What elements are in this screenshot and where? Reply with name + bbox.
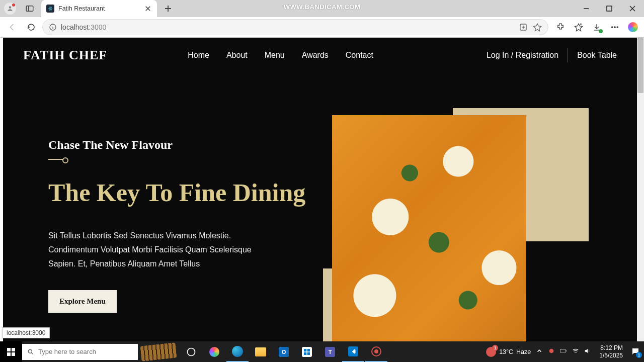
svg-rect-33 bbox=[12, 352, 15, 356]
tab-overview-icon[interactable] bbox=[25, 4, 34, 13]
login-register-link[interactable]: Log In / Registration bbox=[487, 51, 558, 60]
main-nav: Home About Menu Awards Contact bbox=[188, 51, 373, 60]
svg-point-34 bbox=[28, 349, 32, 353]
taskbar-search[interactable]: Type here to search bbox=[22, 344, 138, 360]
window-controls bbox=[575, 0, 644, 17]
edge-browser-icon[interactable] bbox=[226, 341, 249, 362]
extensions-icon[interactable] bbox=[553, 20, 568, 34]
explore-menu-button[interactable]: Explore Menu bbox=[48, 290, 117, 313]
svg-line-35 bbox=[32, 352, 33, 354]
vscode-icon[interactable] bbox=[342, 341, 364, 362]
weather-widget[interactable]: 13°C Haze bbox=[486, 347, 531, 357]
nav-home[interactable]: Home bbox=[188, 51, 209, 60]
svg-point-29 bbox=[617, 27, 618, 28]
nav-about[interactable]: About bbox=[226, 51, 248, 60]
teams-icon[interactable]: T bbox=[319, 341, 341, 362]
store-icon[interactable] bbox=[296, 341, 318, 362]
vertical-scrollbar[interactable] bbox=[637, 38, 644, 341]
scrollbar-thumb[interactable] bbox=[637, 38, 643, 93]
auth-area: Log In / Registration Book Table bbox=[487, 48, 617, 62]
tray-volume-icon[interactable] bbox=[584, 347, 591, 356]
file-explorer-icon[interactable] bbox=[250, 341, 272, 362]
tray-battery-icon[interactable] bbox=[560, 347, 567, 356]
hero-text: Chase The New Flavour The Key To Fine Di… bbox=[48, 113, 310, 341]
new-tab-button[interactable] bbox=[161, 2, 175, 16]
more-menu-icon[interactable] bbox=[608, 20, 622, 34]
favorites-icon[interactable] bbox=[572, 20, 586, 34]
downloads-icon[interactable] bbox=[590, 20, 604, 34]
svg-rect-43 bbox=[566, 350, 567, 351]
search-placeholder: Type here to search bbox=[38, 348, 96, 355]
hero-food-image bbox=[332, 115, 526, 341]
svg-rect-38 bbox=[307, 349, 310, 351]
book-table-link[interactable]: Book Table bbox=[577, 51, 617, 60]
outlook-icon[interactable]: O bbox=[273, 341, 295, 362]
task-view-icon[interactable] bbox=[180, 341, 202, 362]
svg-rect-1 bbox=[26, 6, 33, 12]
hero-body: Sit Tellus Lobortis Sed Senectus Vivamus… bbox=[48, 229, 280, 271]
svg-point-27 bbox=[612, 27, 613, 28]
svg-rect-39 bbox=[304, 352, 306, 354]
hero-section: Chase The New Flavour The Key To Fine Di… bbox=[3, 73, 637, 341]
svg-rect-40 bbox=[307, 352, 310, 354]
weather-icon bbox=[486, 347, 496, 357]
minimize-button[interactable] bbox=[575, 0, 598, 17]
start-button[interactable] bbox=[0, 341, 22, 362]
svg-marker-22 bbox=[575, 24, 583, 31]
system-tray: 13°C Haze 8:12 PM 1/5/2025 bbox=[486, 344, 644, 359]
svg-point-36 bbox=[188, 348, 195, 355]
nav-awards[interactable]: Awards bbox=[302, 51, 329, 60]
refresh-button[interactable] bbox=[23, 19, 39, 35]
svg-rect-30 bbox=[7, 348, 11, 351]
hero-headline: The Key To Fine Dining bbox=[48, 179, 310, 207]
divider bbox=[568, 48, 568, 62]
app-available-icon[interactable] bbox=[519, 23, 528, 32]
close-window-button[interactable] bbox=[621, 0, 644, 17]
bandicam-recorder-icon[interactable] bbox=[365, 341, 387, 362]
svg-rect-37 bbox=[304, 349, 306, 351]
svg-rect-12 bbox=[607, 6, 612, 11]
svg-rect-31 bbox=[12, 348, 15, 351]
windows-taskbar: Type here to search O T 13°C Haze 8:12 P… bbox=[0, 341, 644, 362]
browser-toolbar: localhost:3000 bbox=[0, 17, 644, 38]
tab-close-icon[interactable] bbox=[144, 5, 152, 13]
taskbar-apps: O T bbox=[180, 341, 387, 362]
tray-record-icon[interactable] bbox=[548, 347, 555, 356]
copilot-taskbar-icon[interactable] bbox=[203, 341, 225, 362]
svg-point-0 bbox=[9, 6, 12, 9]
svg-rect-42 bbox=[560, 349, 566, 352]
browser-chrome: Fatih Restaurant WWW.BANDICAM.COM localh… bbox=[0, 0, 644, 38]
svg-point-3 bbox=[50, 8, 51, 9]
weather-temp: 13°C bbox=[499, 348, 513, 355]
tray-chevron-icon[interactable] bbox=[536, 347, 543, 356]
bandicam-watermark: WWW.BANDICAM.COM bbox=[284, 3, 360, 11]
nav-menu[interactable]: Menu bbox=[265, 51, 285, 60]
status-bar-tooltip: localhost:3000 bbox=[2, 327, 50, 338]
maximize-button[interactable] bbox=[598, 0, 621, 17]
tab-title: Fatih Restaurant bbox=[58, 5, 144, 12]
clock-time: 8:12 PM bbox=[599, 344, 623, 351]
clock-date: 1/5/2025 bbox=[599, 352, 623, 359]
nav-contact[interactable]: Contact bbox=[346, 51, 373, 60]
site-info-icon[interactable] bbox=[49, 23, 57, 31]
back-button bbox=[4, 19, 20, 35]
taskbar-clock[interactable]: 8:12 PM 1/5/2025 bbox=[596, 344, 626, 359]
weather-desc: Haze bbox=[516, 348, 531, 355]
profile-avatar-icon[interactable] bbox=[4, 3, 16, 15]
browser-tab[interactable]: Fatih Restaurant bbox=[41, 0, 157, 17]
svg-marker-21 bbox=[534, 24, 541, 31]
svg-point-41 bbox=[549, 349, 554, 353]
titlebar: Fatih Restaurant WWW.BANDICAM.COM bbox=[0, 0, 644, 17]
taskbar-widget-icon[interactable] bbox=[140, 342, 177, 361]
notifications-icon[interactable] bbox=[631, 347, 641, 357]
site-logo[interactable]: FATIH CHEF bbox=[23, 48, 107, 63]
copilot-icon[interactable] bbox=[626, 20, 640, 34]
page-viewport: FATIH CHEF Home About Menu Awards Contac… bbox=[0, 38, 644, 341]
spoon-divider-icon bbox=[48, 157, 69, 162]
hero-eyebrow: Chase The New Flavour bbox=[48, 138, 310, 152]
favorite-star-icon[interactable] bbox=[533, 23, 542, 32]
react-favicon-icon bbox=[46, 5, 54, 13]
tray-wifi-icon[interactable] bbox=[572, 347, 579, 356]
svg-rect-32 bbox=[7, 352, 11, 356]
address-bar[interactable]: localhost:3000 bbox=[42, 19, 548, 35]
